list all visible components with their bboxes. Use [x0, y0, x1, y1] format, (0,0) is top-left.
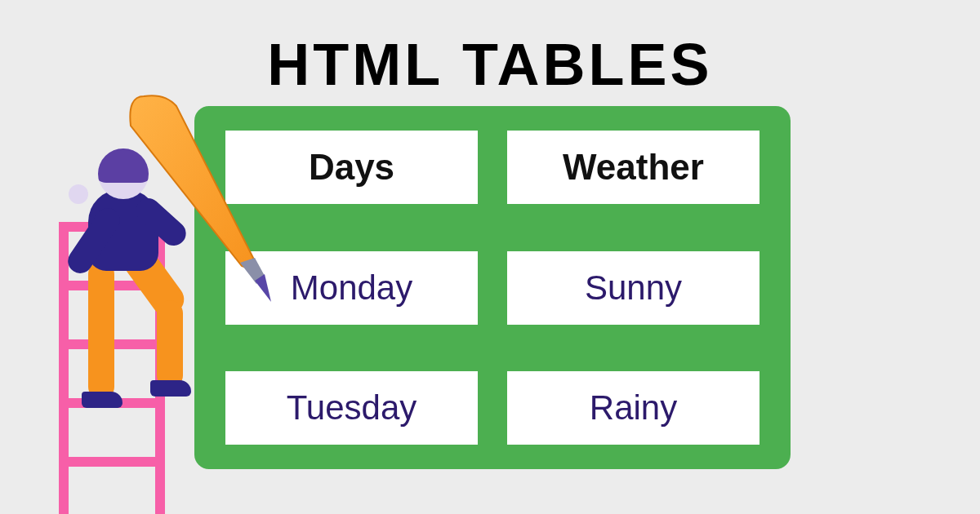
table-cell: Sunny	[507, 251, 760, 325]
example-table: Days Weather Monday Sunny Tuesday Rainy	[194, 106, 791, 469]
table-cell: Rainy	[507, 371, 760, 445]
table-header-cell: Days	[225, 131, 478, 204]
table-cell: Tuesday	[225, 371, 478, 445]
table-header-row: Days Weather	[225, 131, 760, 204]
table-row: Monday Sunny	[225, 251, 760, 325]
table-cell: Monday	[225, 251, 478, 325]
person-illustration	[74, 148, 212, 418]
table-row: Tuesday Rainy	[225, 371, 760, 445]
table-header-cell: Weather	[507, 131, 760, 204]
page-title: HTML TABLES	[0, 31, 980, 98]
